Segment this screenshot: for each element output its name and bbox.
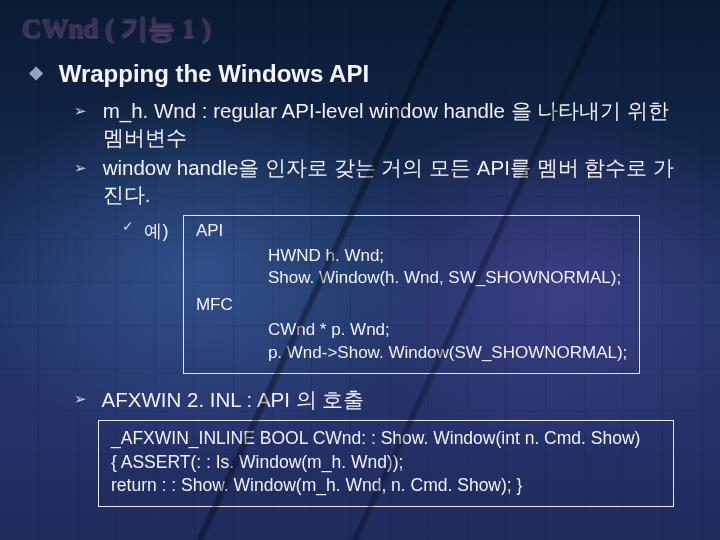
- bullet-text: window handle을 인자로 갖는 거의 모든 API를 멤버 함수로 …: [103, 155, 691, 208]
- code-box-api-mfc: API HWND h. Wnd; Show. Window(h. Wnd, SW…: [183, 215, 640, 375]
- example-label: 예): [144, 219, 168, 243]
- code-line: return : : Show. Window(m_h. Wnd, n. Cmd…: [111, 474, 661, 498]
- bullet-item-1: ➢ m_h. Wnd : regular API-level window ha…: [74, 98, 698, 151]
- diamond-icon: ❖: [28, 60, 44, 88]
- code-line: { ASSERT(: : Is. Window(m_h. Wnd));: [111, 451, 661, 475]
- heading-row: ❖ Wrapping the Windows API: [28, 60, 698, 88]
- arrow-icon: ➢: [74, 386, 87, 412]
- bullet-item-3: ➢ AFXWIN 2. INL : API 의 호출: [74, 386, 698, 414]
- code-line: HWND h. Wnd;: [268, 245, 627, 268]
- heading-text: Wrapping the Windows API: [59, 60, 369, 87]
- code-line: CWnd * p. Wnd;: [268, 319, 627, 342]
- api-label: API: [196, 220, 627, 243]
- slide-title: CWnd ( 기능 1 ): [22, 10, 698, 46]
- slide: CWnd ( 기능 1 ) ❖ Wrapping the Windows API…: [0, 0, 720, 540]
- bullet-text: m_h. Wnd : regular API-level window hand…: [103, 98, 691, 151]
- bullet-item-2: ➢ window handle을 인자로 갖는 거의 모든 API를 멤버 함수…: [74, 155, 698, 208]
- example-row: ✓ 예) API HWND h. Wnd; Show. Window(h. Wn…: [122, 215, 698, 375]
- code-line: _AFXWIN_INLINE BOOL CWnd: : Show. Window…: [111, 427, 661, 451]
- mfc-label: MFC: [196, 294, 627, 317]
- bullet-text: AFXWIN 2. INL : API 의 호출: [102, 388, 365, 411]
- check-icon: ✓: [122, 215, 134, 237]
- arrow-icon: ➢: [74, 98, 87, 124]
- code-box-inline: _AFXWIN_INLINE BOOL CWnd: : Show. Window…: [98, 420, 674, 507]
- arrow-icon: ➢: [74, 155, 87, 181]
- code-line: Show. Window(h. Wnd, SW_SHOWNORMAL);: [268, 267, 627, 290]
- code-line: p. Wnd->Show. Window(SW_SHOWNORMAL);: [268, 342, 627, 365]
